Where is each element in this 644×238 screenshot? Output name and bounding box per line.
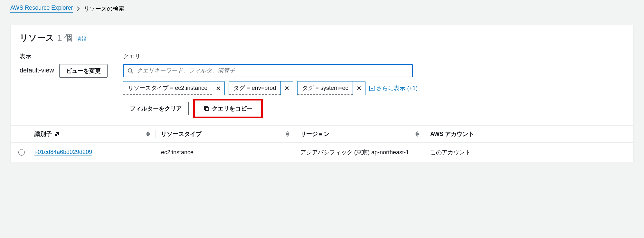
external-link-icon — [54, 131, 60, 137]
breadcrumb: AWS Resource Explorer リソースの検索 — [0, 0, 644, 17]
resource-type-cell: ec2:instance — [161, 149, 194, 156]
copy-icon — [204, 106, 209, 111]
svg-line-1 — [131, 72, 133, 73]
show-more-link[interactable]: + さらに表示 (+1) — [369, 84, 418, 92]
column-header-type[interactable]: リソースタイプ — [161, 130, 202, 138]
resource-account-cell: このアカウント — [430, 148, 471, 156]
svg-rect-3 — [205, 108, 208, 110]
close-icon[interactable] — [212, 81, 224, 95]
filter-chips-row: リソースタイプ = ec2:instance タグ = env=prod タグ … — [123, 81, 624, 95]
resource-region-cell: アジアパシフィック (東京) ap-northeast-1 — [300, 148, 409, 156]
search-field-wrap[interactable] — [123, 64, 413, 77]
view-label: 表示 — [20, 52, 108, 60]
close-icon[interactable] — [280, 81, 293, 95]
clear-filter-button[interactable]: フィルターをクリア — [123, 102, 189, 115]
filter-chip-text: リソースタイプ = ec2:instance — [123, 81, 212, 95]
filter-chip-text: タグ = system=ec — [298, 81, 353, 95]
resource-id-link[interactable]: i-01cd84a6bd029d209 — [34, 149, 92, 156]
resource-count: 1 個 — [57, 32, 73, 43]
query-label: クエリ — [123, 52, 624, 60]
panel-header: リソース 1 個 情報 — [11, 25, 633, 46]
filter-chip-text: タグ = env=prod — [229, 81, 280, 95]
query-column: クエリ リソースタイプ = ec2:instance タグ = env=prod — [123, 52, 624, 118]
change-view-button[interactable]: ビューを変更 — [59, 64, 108, 78]
breadcrumb-root-link[interactable]: AWS Resource Explorer — [10, 5, 73, 13]
copy-query-button[interactable]: クエリをコピー — [197, 102, 259, 115]
sort-icon[interactable] — [146, 131, 150, 137]
filter-chip: リソースタイプ = ec2:instance — [123, 81, 225, 95]
sort-icon[interactable] — [415, 131, 420, 137]
search-input[interactable] — [137, 67, 408, 74]
view-column: 表示 default-view ビューを変更 — [20, 52, 108, 78]
search-icon — [128, 68, 133, 74]
close-icon[interactable] — [353, 81, 365, 95]
chevron-right-icon — [77, 6, 80, 11]
breadcrumb-current: リソースの検索 — [84, 5, 124, 13]
table-header-row: 識別子 リソースタイプ リージョン — [11, 126, 633, 142]
controls-row: 表示 default-view ビューを変更 クエリ リソースタイプ = ec2… — [11, 46, 633, 125]
copy-query-label: クエリをコピー — [212, 105, 252, 112]
page-title: リソース — [20, 32, 54, 43]
row-radio[interactable] — [18, 149, 25, 156]
column-header-id[interactable]: 識別子 — [34, 130, 52, 138]
info-link[interactable]: 情報 — [76, 36, 86, 43]
column-header-account[interactable]: AWS アカウント — [430, 130, 474, 138]
highlight-annotation: クエリをコピー — [193, 99, 263, 118]
column-header-region[interactable]: リージョン — [300, 130, 329, 138]
view-name: default-view — [20, 67, 54, 75]
filter-chip: タグ = system=ec — [297, 81, 365, 95]
filter-actions-row: フィルターをクリア クエリをコピー — [123, 99, 624, 118]
svg-point-0 — [128, 69, 132, 72]
sort-icon[interactable] — [285, 131, 290, 137]
show-more-text: さらに表示 (+1) — [376, 84, 418, 92]
plus-icon: + — [369, 86, 374, 91]
table-row: i-01cd84a6bd029d209 ec2:instance アジアパシフィ… — [11, 142, 633, 162]
resources-table: 識別子 リソースタイプ リージョン — [11, 125, 633, 162]
filter-chip: タグ = env=prod — [229, 81, 293, 95]
resources-panel: リソース 1 個 情報 表示 default-view ビューを変更 クエリ — [10, 25, 634, 162]
